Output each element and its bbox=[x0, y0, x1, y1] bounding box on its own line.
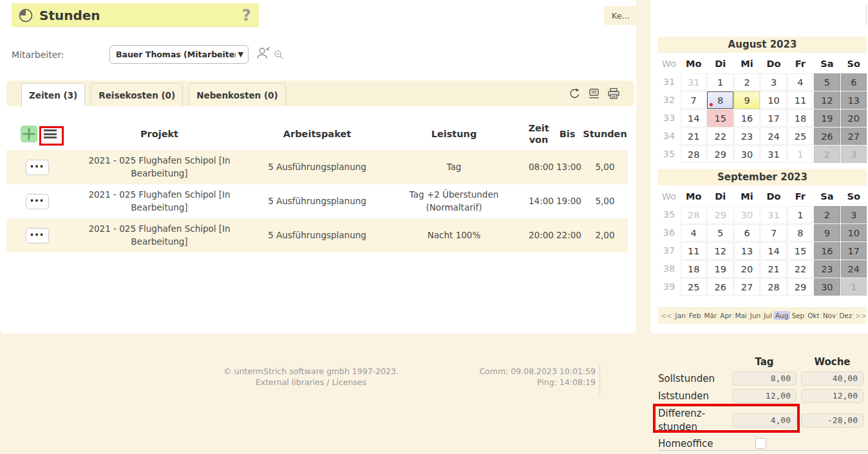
calendar-day[interactable]: 18 bbox=[788, 109, 813, 127]
calendar-day[interactable]: 7 bbox=[760, 224, 786, 241]
month-nav-jun[interactable]: Jun bbox=[749, 311, 762, 320]
calendar-day[interactable]: 17 bbox=[760, 109, 786, 127]
calendar-day[interactable]: 28 bbox=[760, 278, 786, 296]
calendar-day[interactable]: 27 bbox=[734, 278, 760, 296]
calendar-day[interactable]: 26 bbox=[814, 128, 840, 145]
month-nav-next[interactable]: >> bbox=[854, 311, 867, 320]
calendar-day[interactable]: 3 bbox=[841, 146, 867, 163]
homeoffice-checkbox[interactable] bbox=[755, 438, 766, 449]
calendar-day[interactable]: 5 bbox=[814, 73, 840, 91]
calendar-day[interactable]: 13 bbox=[734, 242, 760, 260]
calendar-day[interactable]: 6 bbox=[841, 73, 867, 91]
calendar-day[interactable]: 29 bbox=[788, 278, 813, 296]
calendar-day[interactable]: 29 bbox=[707, 146, 733, 163]
calendar-day[interactable]: 23 bbox=[814, 260, 840, 278]
calendar-day[interactable]: 12 bbox=[707, 242, 733, 260]
calendar-day[interactable]: 30 bbox=[734, 146, 760, 163]
month-nav-jan[interactable]: Jan bbox=[674, 311, 688, 320]
calendar-day[interactable]: 28 bbox=[681, 146, 706, 163]
display-icon[interactable] bbox=[588, 88, 600, 99]
calendar-day[interactable]: 17 bbox=[841, 242, 867, 260]
calendar-day[interactable]: 8 bbox=[788, 224, 813, 241]
calendar-day[interactable]: 1 bbox=[788, 206, 813, 223]
refresh-icon[interactable] bbox=[569, 88, 581, 100]
licenses-link[interactable]: External libraries / Licenses bbox=[182, 377, 440, 388]
tab-zeiten[interactable]: Zeiten (3) bbox=[21, 83, 85, 106]
calendar-day[interactable]: 27 bbox=[841, 128, 867, 145]
row-menu-button[interactable]: ··· bbox=[26, 228, 49, 243]
calendar-day[interactable]: 2 bbox=[814, 206, 840, 223]
employee-dropdown[interactable]: Bauer Thomas (Mitarbeiter ▼ bbox=[109, 45, 249, 64]
month-nav-aug[interactable]: Aug bbox=[774, 311, 791, 320]
month-nav-mär[interactable]: Mär bbox=[703, 311, 719, 320]
calendar-day[interactable]: 11 bbox=[681, 242, 706, 260]
calendar-day[interactable]: 16 bbox=[734, 109, 760, 127]
calendar-day[interactable]: 7 bbox=[681, 91, 706, 109]
calendar-day[interactable]: 2 bbox=[814, 146, 840, 163]
calendar-day[interactable]: 10 bbox=[841, 224, 867, 241]
zoom-out-icon[interactable] bbox=[274, 50, 284, 62]
calendar-day[interactable]: 31 bbox=[760, 146, 786, 163]
calendar-day[interactable]: 19 bbox=[707, 260, 733, 278]
calendar-day[interactable]: 9 bbox=[814, 224, 840, 241]
calendar-day[interactable]: 15 bbox=[788, 242, 813, 260]
calendar-day[interactable]: 20 bbox=[734, 260, 760, 278]
add-entry-button[interactable] bbox=[21, 126, 37, 142]
calendar-day[interactable]: 30 bbox=[814, 278, 840, 296]
calendar-day[interactable]: 20 bbox=[841, 109, 867, 127]
calendar-day[interactable]: 2 bbox=[734, 73, 760, 91]
calendar-day[interactable]: 4 bbox=[788, 73, 813, 91]
calendar-day[interactable]: 30 bbox=[734, 206, 760, 223]
month-nav-mai[interactable]: Mai bbox=[733, 311, 748, 320]
calendar-day[interactable]: 6 bbox=[734, 224, 760, 241]
calendar-day[interactable]: 24 bbox=[760, 128, 786, 145]
calendar-day[interactable]: 15 bbox=[707, 109, 733, 127]
calendar-day[interactable]: 12 bbox=[814, 91, 840, 109]
month-nav-nov[interactable]: Nov bbox=[822, 311, 838, 320]
menu-icon[interactable] bbox=[41, 127, 59, 141]
calendar-day[interactable]: 21 bbox=[681, 128, 706, 145]
calendar-day[interactable]: 8 bbox=[707, 91, 733, 109]
assign-user-icon[interactable] bbox=[256, 46, 271, 61]
calendar-day[interactable]: 25 bbox=[788, 128, 813, 145]
calendar-day[interactable]: 1 bbox=[707, 73, 733, 91]
calendar-day[interactable]: 24 bbox=[841, 260, 867, 278]
calendar-day[interactable]: 26 bbox=[707, 278, 733, 296]
calendar-day[interactable]: 1 bbox=[841, 278, 867, 296]
calendar-day[interactable]: 31 bbox=[760, 206, 786, 223]
tab-reisekosten[interactable]: Reisekosten (0) bbox=[91, 83, 183, 106]
calendar-day[interactable]: 13 bbox=[841, 91, 867, 109]
calendar-day[interactable]: 14 bbox=[760, 242, 786, 260]
calendar-day[interactable]: 16 bbox=[814, 242, 840, 260]
calendar-day[interactable]: 31 bbox=[681, 73, 706, 91]
tab-nebenkosten[interactable]: Nebenkosten (0) bbox=[189, 83, 285, 106]
calendar-day[interactable]: 3 bbox=[841, 206, 867, 223]
calendar-day[interactable]: 3 bbox=[760, 73, 786, 91]
month-nav-dez[interactable]: Dez bbox=[838, 311, 854, 320]
row-menu-button[interactable]: ··· bbox=[26, 194, 49, 209]
calendar-day[interactable]: 19 bbox=[814, 109, 840, 127]
month-nav-apr[interactable]: Apr bbox=[719, 311, 733, 320]
month-nav-okt[interactable]: Okt bbox=[806, 311, 821, 320]
calendar-day[interactable]: 29 bbox=[707, 206, 733, 223]
month-nav-prev[interactable]: << bbox=[659, 311, 674, 320]
print-icon[interactable] bbox=[607, 88, 620, 100]
ke-button[interactable]: Ke... bbox=[604, 6, 637, 25]
help-icon[interactable]: ? bbox=[241, 6, 251, 24]
calendar-day[interactable]: 9 bbox=[734, 91, 760, 109]
calendar-day[interactable]: 22 bbox=[788, 260, 813, 278]
calendar-day[interactable]: 18 bbox=[681, 260, 706, 278]
calendar-day[interactable]: 14 bbox=[681, 109, 706, 127]
calendar-day[interactable]: 4 bbox=[681, 224, 706, 241]
row-menu-button[interactable]: ··· bbox=[26, 160, 49, 175]
month-nav-jul[interactable]: Jul bbox=[762, 311, 774, 320]
calendar-day[interactable]: 25 bbox=[681, 278, 706, 296]
calendar-day[interactable]: 21 bbox=[760, 260, 786, 278]
calendar-day[interactable]: 28 bbox=[681, 206, 706, 223]
calendar-day[interactable]: 1 bbox=[788, 146, 813, 163]
calendar-day[interactable]: 22 bbox=[707, 128, 733, 145]
calendar-day[interactable]: 11 bbox=[788, 91, 813, 109]
month-nav-feb[interactable]: Feb bbox=[688, 311, 703, 320]
calendar-day[interactable]: 10 bbox=[760, 91, 786, 109]
month-nav-sep[interactable]: Sep bbox=[790, 311, 806, 320]
